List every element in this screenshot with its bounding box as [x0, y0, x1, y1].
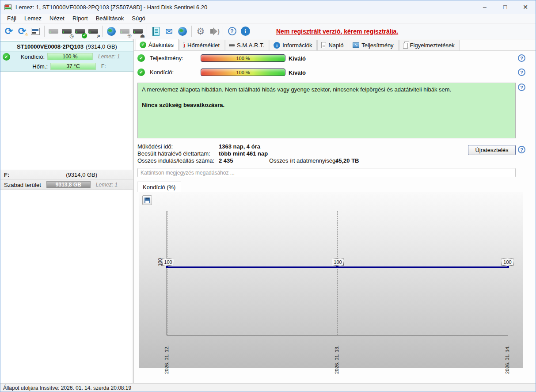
network-disk-icon[interactable] — [105, 25, 118, 38]
floppy-icon — [144, 198, 150, 203]
partition-letter: F: — [4, 171, 9, 178]
value-label: 100 — [332, 259, 344, 266]
chart-icon: ∿ — [353, 42, 359, 48]
app-icon — [4, 4, 12, 10]
report-icon[interactable] — [29, 25, 42, 38]
save-chart-button[interactable] — [142, 195, 152, 205]
temperature-label: Hőm.: — [13, 63, 48, 70]
menu-disk[interactable]: Lemez — [20, 14, 46, 23]
help-icon[interactable]: ? — [518, 84, 525, 91]
performance-row: Teljesítmény: — [137, 54, 183, 62]
tab-label: S.M.A.R.T. — [237, 42, 264, 49]
tab-information[interactable]: i Információk — [270, 40, 317, 50]
disk-number: Lemez: 1 — [98, 53, 120, 60]
gridline — [337, 211, 338, 335]
page-icon — [321, 42, 326, 48]
disk-card[interactable]: ST10000VE0008-2PQ103 (9314,0 GB) Kondíci… — [0, 41, 133, 72]
tab-label: Figyelmeztetések — [410, 42, 455, 49]
start-stop-value: 2 435 — [219, 157, 233, 164]
tab-alerts[interactable]: Figyelmeztetések — [399, 40, 460, 50]
smart-icon — [229, 44, 235, 46]
power-on-time-value: 1363 nap, 4 óra — [219, 143, 260, 150]
maximize-button[interactable]: □ — [495, 0, 515, 14]
gridline — [167, 211, 167, 335]
partition-capacity: (9314,0 GB) — [66, 171, 97, 178]
settings-gear-icon[interactable]: ⚙ — [194, 25, 207, 38]
condition-label: Kondíció: — [150, 69, 174, 76]
toolbar-separator — [223, 26, 223, 37]
condition-meter: 100 % — [201, 69, 285, 76]
email-icon[interactable]: ✉ — [163, 25, 176, 38]
disk-ok-status-icon — [3, 53, 10, 61]
check-icon — [137, 69, 145, 76]
comment-input[interactable]: Kattintson megjegyzés megadásához ... — [137, 168, 516, 177]
menu-report[interactable]: Riport — [68, 14, 92, 23]
menu-help[interactable]: Súgó — [128, 14, 149, 23]
retest-button[interactable]: Újratesztelés — [468, 145, 516, 155]
tab-bar: Áttekintés Hőmérséklet S.M.A.R.T. i Info… — [134, 39, 536, 51]
temperature-bar: 37 °C — [50, 63, 96, 70]
menu-bar: Fájl Lemez Nézet Riport Beállítások Súgó — [0, 14, 536, 23]
health-status-advice: Nincs szükség beavatkozásra. — [142, 102, 511, 108]
condition-bar: 100 % — [47, 53, 93, 60]
status-bar: Állapot utoljára frissítve: 2026. 01. 14… — [0, 383, 536, 392]
menu-view[interactable]: Nézet — [46, 14, 68, 23]
condition-history-chart: 100 100 100 100 2026. 01. 12. 2026. 01. … — [139, 192, 523, 368]
disk-capacity: (9314,0 GB) — [86, 43, 117, 50]
tab-label: Napló — [328, 42, 343, 49]
x-axis-tick: 2026. 01. 13. — [334, 338, 339, 374]
disk-usb-icon[interactable]: ⎆ — [118, 25, 131, 38]
performance-meter: 100 % — [201, 54, 285, 62]
start-stop-label: Összes indulás/leállás száma: — [137, 157, 214, 164]
refresh-warning-icon[interactable]: ⟳⚠ — [15, 25, 29, 38]
register-link[interactable]: Nem regisztrált verzió, kérem regisztrál… — [276, 28, 398, 35]
sound-icon[interactable] — [207, 25, 220, 38]
info-icon[interactable]: i — [239, 25, 252, 38]
refresh-icon[interactable]: ⟳ — [2, 25, 15, 38]
menu-file[interactable]: Fájl — [3, 14, 20, 23]
pages-icon — [403, 43, 408, 49]
condition-row: Kondíció: — [137, 69, 174, 76]
partition-card[interactable]: F: (9314,0 GB) Szabad terület 9313,8 GB … — [0, 170, 133, 190]
data-point — [336, 266, 338, 268]
disk-ok-icon[interactable]: ✔ — [73, 25, 87, 38]
tab-temperature[interactable]: Hőmérséklet — [179, 40, 224, 50]
tab-performance[interactable]: ∿ Teljesítmény — [349, 40, 398, 50]
tab-label: Áttekintés — [148, 42, 174, 48]
chart-plot-area: 100 100 100 100 2026. 01. 12. 2026. 01. … — [167, 211, 508, 335]
total-written-value: 45,20 TB — [335, 157, 359, 164]
lifetime-value: több mint 461 nap — [219, 150, 268, 157]
condition-label: Kondíció: — [10, 53, 45, 60]
disk-remove-icon[interactable]: ⏏ — [131, 25, 144, 38]
menu-settings[interactable]: Beállítások — [92, 14, 128, 23]
log-icon[interactable] — [149, 25, 163, 38]
toolbar: ⟳ ⟳⚠ ◷ ✔ ⌕ ⎆ ⏏ ✉ ⚙ ? i Nem regisztrált v… — [0, 23, 536, 39]
tab-log[interactable]: Napló — [317, 40, 348, 50]
toolbar-separator — [44, 26, 45, 37]
partition-letter: F: — [101, 63, 106, 69]
minimize-button[interactable]: – — [475, 0, 495, 14]
condition-rating: Kiváló — [289, 69, 306, 76]
health-status-box: A merevlemez állapota hibátlan. Nem talá… — [137, 83, 516, 138]
toolbar-separator — [147, 26, 147, 37]
disk-search-icon[interactable]: ⌕ — [87, 25, 100, 38]
disk-offline-icon[interactable] — [47, 25, 60, 38]
close-button[interactable]: ✕ — [515, 0, 536, 14]
help-icon[interactable]: ? — [518, 69, 525, 76]
toolbar-separator — [191, 26, 192, 37]
disk-clock-icon[interactable]: ◷ — [60, 25, 73, 38]
thermometer-icon — [183, 42, 185, 48]
lifetime-label: Becsült hátralévő élettartam: — [137, 150, 210, 157]
tab-smart[interactable]: S.M.A.R.T. — [225, 40, 269, 50]
network-sound-icon[interactable] — [176, 25, 189, 38]
free-space-label: Szabad terület — [4, 182, 41, 188]
main-panel: Áttekintés Hőmérséklet S.M.A.R.T. i Info… — [134, 39, 536, 383]
value-label: 100 — [162, 259, 174, 266]
chart-tab-condition[interactable]: Kondíció (%) — [137, 182, 181, 192]
help-icon[interactable]: ? — [518, 54, 525, 62]
help-icon[interactable]: ? — [518, 146, 525, 153]
tab-overview[interactable]: Áttekintés — [136, 39, 179, 50]
free-space-bar: 9313,8 GB — [46, 181, 91, 188]
help-icon[interactable]: ? — [225, 25, 239, 38]
data-point — [166, 266, 168, 268]
